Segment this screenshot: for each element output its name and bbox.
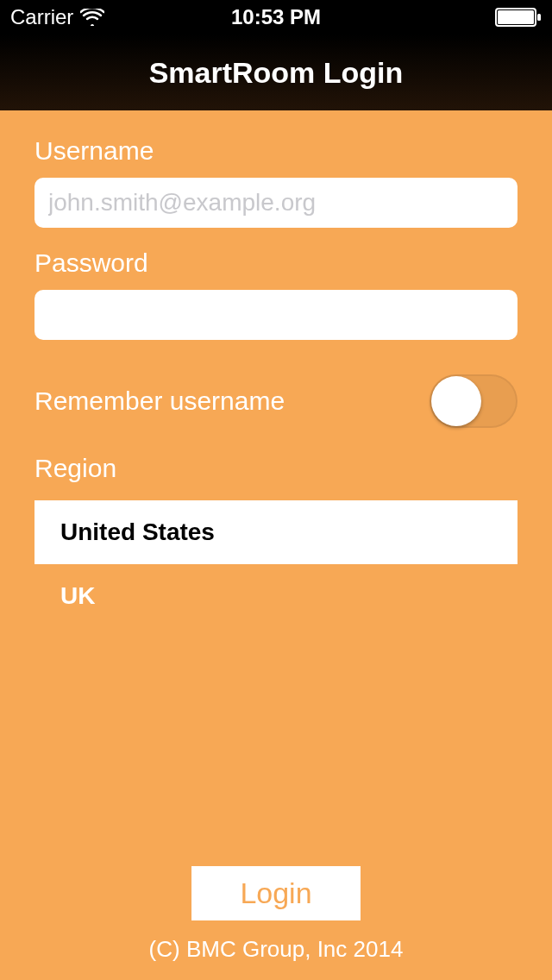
region-item-label: United States [60,518,215,546]
login-form: Username Password Remember username Regi… [0,110,552,628]
password-input[interactable] [34,290,518,340]
region-list: United States UK [34,500,518,628]
username-input[interactable] [34,178,518,228]
copyright-label: (C) BMC Group, Inc 2014 [149,936,404,963]
region-label: Region [34,454,518,483]
remember-toggle[interactable] [430,374,518,428]
password-label: Password [34,248,518,278]
nav-bar: SmartRoom Login [0,35,552,110]
footer: Login (C) BMC Group, Inc 2014 [0,866,552,963]
status-left: Carrier [10,5,104,29]
region-item-uk[interactable]: UK [34,564,518,628]
svg-rect-1 [498,10,534,24]
region-item-us[interactable]: United States [34,500,518,564]
wifi-icon [80,9,104,26]
status-time: 10:53 PM [231,5,321,29]
username-label: Username [34,136,518,166]
page-title: SmartRoom Login [149,56,404,90]
login-button[interactable]: Login [191,866,360,920]
remember-label: Remember username [34,386,285,416]
remember-row: Remember username [34,374,518,428]
battery-icon [495,8,542,27]
carrier-label: Carrier [10,5,73,29]
svg-rect-2 [537,14,541,21]
region-item-label: UK [60,582,95,610]
switch-knob [431,376,481,426]
status-bar: Carrier 10:53 PM [0,0,552,35]
status-right [495,8,542,27]
